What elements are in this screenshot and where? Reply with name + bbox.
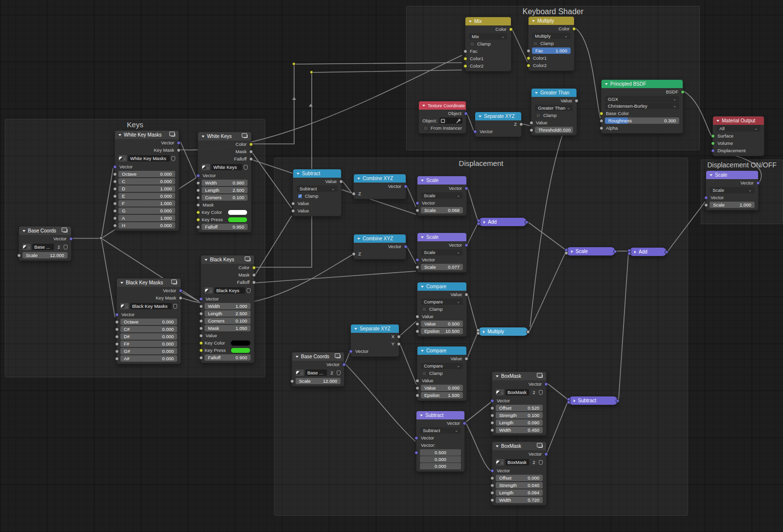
collapse-icon[interactable] [496, 445, 499, 447]
socket-out-vector[interactable] [179, 289, 183, 293]
socket-in-value[interactable] [199, 334, 203, 338]
offset-slider[interactable]: Offset0.000 [496, 475, 543, 481]
node-subtract-collapsed[interactable]: Subtract [568, 396, 618, 405]
c-slider[interactable]: C0.000 [118, 178, 175, 185]
c-sharp-slider[interactable]: C#0.000 [120, 326, 177, 332]
socket-in[interactable] [567, 400, 571, 404]
collapse-icon[interactable] [484, 221, 485, 224]
socket[interactable] [490, 428, 494, 432]
vector-x-field[interactable]: 0.500 [420, 449, 461, 456]
node-header[interactable]: BoxMask [492, 442, 546, 450]
socket-in-vector[interactable] [490, 399, 494, 403]
socket[interactable] [490, 476, 494, 480]
node-header[interactable]: Mix [465, 17, 511, 25]
socket-in-value[interactable] [415, 315, 419, 319]
node-scale-onoff[interactable]: Scale Vector Scale⌄ Vector Scale1.000 [706, 170, 759, 210]
socket[interactable] [599, 119, 603, 123]
offset-slider[interactable]: Offset0.520 [496, 405, 543, 411]
node-header[interactable]: Combine XYZ [354, 174, 406, 183]
node-combine-xyz-1[interactable]: Combine XYZ Vector Z [353, 174, 406, 199]
object-field[interactable] [439, 117, 462, 124]
clamp-checkbox[interactable] [533, 41, 538, 46]
socket-in-vector[interactable] [196, 174, 200, 178]
socket-in-base-color[interactable] [599, 112, 603, 116]
node-header[interactable]: Base Coords [292, 352, 344, 361]
node-add-1-collapsed[interactable]: Add [478, 217, 527, 227]
socket-out-y[interactable] [397, 342, 401, 346]
socket-in-volume[interactable] [711, 141, 715, 145]
socket-in-z[interactable] [352, 192, 356, 196]
scale-slider[interactable]: Scale12.000 [23, 252, 68, 258]
node-scale-2[interactable]: Scale Vector Scale⌄ Vector Scale0.077 [417, 232, 467, 273]
collapse-icon[interactable] [716, 120, 719, 122]
socket-out-mask[interactable] [252, 273, 256, 277]
node-header[interactable]: Multiply [529, 17, 574, 25]
socket-out-value[interactable] [464, 357, 468, 361]
collapse-icon[interactable] [421, 180, 424, 182]
node-subtract-math[interactable]: Subtract Value Subtract⌄ Clamp Value Val… [293, 169, 342, 216]
socket-out-vector[interactable] [756, 181, 760, 185]
socket-out-vector[interactable] [544, 452, 548, 456]
collapse-icon[interactable] [532, 20, 535, 22]
socket-out-vector[interactable] [544, 382, 548, 386]
length-slider[interactable]: Length2.500 [202, 187, 248, 193]
scale-slider[interactable]: Scale1.000 [710, 202, 755, 208]
node-header[interactable]: Material Output [713, 116, 764, 125]
scale-slider[interactable]: Scale0.077 [421, 264, 463, 270]
socket-out-key-mask[interactable] [177, 148, 181, 152]
target-dropdown[interactable]: All⌄ [716, 125, 760, 132]
a-sharp-slider[interactable]: A#0.000 [120, 355, 177, 362]
socket-out-object[interactable] [464, 112, 468, 116]
width-slider[interactable]: Width1.000 [205, 303, 251, 309]
fake-user-icon[interactable] [171, 156, 175, 161]
socket[interactable] [196, 181, 200, 185]
collapse-icon[interactable] [421, 286, 424, 288]
socket-out-color[interactable] [572, 27, 576, 31]
f-sharp-slider[interactable]: F#0.000 [120, 341, 177, 347]
socket-out-color[interactable] [249, 142, 253, 146]
roughness-slider[interactable]: Roughness0.300 [605, 117, 679, 124]
clamp-checkbox[interactable] [470, 42, 475, 46]
socket-in-vector[interactable] [199, 297, 203, 301]
socket-out-color[interactable] [509, 27, 513, 31]
socket-out-bsdf[interactable] [681, 90, 685, 94]
operation-dropdown[interactable]: Greater Than⌄ [535, 105, 573, 111]
scale-slider[interactable]: Scale0.068 [421, 207, 463, 213]
node-boxmask-2[interactable]: BoxMask Vector ⌄BoxMask2 Vector Offset0.… [492, 441, 547, 506]
collapse-icon[interactable] [605, 83, 608, 85]
octave-slider[interactable]: Octave0.000 [120, 319, 177, 325]
node-base-coords-2[interactable]: Base Coords Vector ⌄Base ...2 Scale12.00… [292, 352, 345, 387]
node-texture-coordinate[interactable]: Texture Coordinate Object Object: From I… [418, 101, 466, 134]
node-separate-xyz-1[interactable]: Separate XYZ Z Vector [475, 112, 522, 137]
node-header[interactable]: White Keys [198, 132, 251, 140]
collapse-icon[interactable] [574, 399, 576, 402]
socket-in-vector[interactable] [115, 313, 119, 317]
socket[interactable] [17, 254, 21, 257]
g-slider[interactable]: G0.000 [118, 208, 175, 214]
socket-out[interactable] [526, 330, 530, 334]
node-mix[interactable]: Mix Color Mix⌄ Clamp Fac Color1 Color2 [465, 17, 511, 71]
node-header[interactable]: Separate XYZ [475, 112, 521, 120]
socket[interactable] [115, 335, 119, 339]
socket-out-color[interactable] [252, 266, 256, 270]
users-count[interactable]: 2 [55, 244, 62, 250]
operation-dropdown[interactable]: Compare⌄ [421, 363, 463, 369]
node-compare-1[interactable]: Compare Value Compare⌄ Clamp Value Value… [417, 282, 467, 337]
collapse-icon[interactable] [120, 282, 123, 284]
browse-icon[interactable]: ⌄ [496, 459, 504, 465]
collapse-icon[interactable] [483, 330, 485, 333]
collapse-icon[interactable] [420, 415, 423, 416]
blend-mode-dropdown[interactable]: Multiply⌄ [532, 33, 571, 39]
blend-mode-dropdown[interactable]: Mix⌄ [469, 33, 507, 40]
socket-in-vector[interactable] [415, 258, 419, 262]
distribution-dropdown[interactable]: GGX⌄ [605, 96, 679, 102]
node-base-coords-1[interactable]: Base Coords Vector ⌄Base ...2 Scale12.00… [19, 226, 71, 261]
browse-icon[interactable]: ⌄ [496, 389, 504, 395]
collapse-icon[interactable] [296, 356, 299, 358]
node-editor-canvas[interactable]: Keys Keyboard Shader Displacement Displa… [0, 0, 783, 532]
operation-dropdown[interactable]: Compare⌄ [421, 299, 463, 305]
collapse-icon[interactable] [710, 174, 713, 176]
socket-in-fac[interactable] [463, 49, 467, 53]
socket-out[interactable] [665, 250, 668, 254]
browse-icon[interactable]: ⌄ [205, 287, 213, 294]
